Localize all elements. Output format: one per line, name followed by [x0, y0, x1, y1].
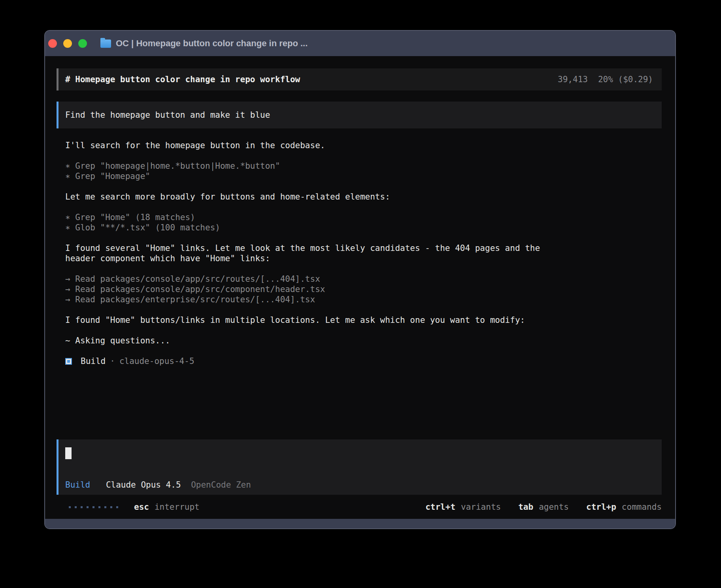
statusbar-right: ctrl+t variants tab agents ctrl+p comman…: [425, 502, 662, 512]
activity-dot: [98, 506, 100, 508]
window-title: OC | Homepage button color change in rep…: [116, 38, 308, 49]
text-cursor: [65, 447, 72, 459]
assistant-text-line: I'll search for the homepage button in t…: [65, 140, 563, 151]
context-usage: 20% ($0.29): [598, 75, 653, 84]
terminal-content: # Homepage button color change in repo w…: [45, 56, 675, 519]
provider-indicator: OpenCode Zen: [191, 480, 251, 490]
agent-badge: Build · claude-opus-4-5: [65, 356, 662, 366]
mode-indicator[interactable]: Build: [65, 480, 90, 490]
transcript-para-text: I'll search for the homepage button in t…: [65, 140, 563, 151]
zoom-button[interactable]: [78, 39, 87, 48]
shortcut-commands[interactable]: ctrl+p commands: [586, 502, 662, 512]
esc-key[interactable]: esc: [134, 502, 149, 512]
activity-dot: [92, 506, 94, 508]
tool-call-line: → Read packages/console/app/src/componen…: [65, 284, 563, 294]
activity-dot: [104, 506, 106, 508]
transcript-para-text: ~ Asking questions...: [65, 335, 563, 346]
statusbar-left: esc interrupt: [57, 502, 200, 512]
session-stats: 39,41320% ($0.29): [558, 74, 653, 85]
tool-call-line: → Read packages/enterprise/src/routes/[.…: [65, 294, 563, 305]
tool-call-line: → Read packages/console/app/src/routes/[…: [65, 274, 563, 284]
shortcut-variants[interactable]: ctrl+t variants: [425, 502, 501, 512]
activity-dot: [75, 506, 77, 508]
activity-dot: [81, 506, 83, 508]
shortcut-key: ctrl+t: [425, 502, 455, 512]
activity-dot: [87, 506, 89, 508]
user-message-text: Find the homepage button and make it blu…: [65, 110, 270, 120]
shortcut-key: tab: [518, 502, 533, 512]
user-message: Find the homepage button and make it blu…: [57, 102, 662, 128]
badge-model: claude-opus-4-5: [119, 356, 194, 366]
assistant-text-line: Let me search more broadly for buttons a…: [65, 192, 563, 202]
transcript-para-text: I found several "Home" links. Let me loo…: [65, 243, 563, 264]
transcript: I'll search for the homepage button in t…: [65, 140, 563, 346]
tool-call-line: ∗ Grep "Home" (18 matches): [65, 212, 563, 222]
badge-separator: ·: [110, 356, 115, 366]
shortcut-agents[interactable]: tab agents: [518, 502, 569, 512]
activity-dot: [69, 506, 71, 508]
titlebar[interactable]: OC | Homepage button color change in rep…: [45, 31, 675, 56]
assistant-text-line: I found "Home" buttons/links in multiple…: [65, 315, 563, 325]
shortcut-label: agents: [539, 502, 569, 512]
window-bottom-bar: [45, 519, 675, 528]
esc-label: interrupt: [155, 502, 200, 512]
activity-dot: [116, 506, 118, 508]
model-indicator[interactable]: Claude Opus 4.5: [106, 480, 181, 490]
app-window: OC | Homepage button color change in rep…: [44, 30, 676, 529]
minimize-button[interactable]: [63, 39, 72, 48]
traffic-lights: [48, 39, 87, 48]
token-count: 39,413: [558, 75, 588, 84]
assistant-text-line: ~ Asking questions...: [65, 335, 563, 346]
transcript-para-text: I found "Home" buttons/links in multiple…: [65, 315, 563, 325]
agent-icon-dot: [67, 360, 70, 363]
activity-dot: [110, 506, 112, 508]
transcript-para-tool: ∗ Grep "Home" (18 matches)∗ Glob "**/*.t…: [65, 212, 563, 233]
shortcut-label: commands: [622, 502, 662, 512]
tool-call-line: ∗ Grep "homepage|home.*button|Home.*butt…: [65, 161, 563, 171]
session-title: # Homepage button color change in repo w…: [65, 74, 300, 85]
input-mode-line: Build Claude Opus 4.5 OpenCode Zen: [65, 480, 251, 490]
session-header: # Homepage button color change in repo w…: [57, 68, 662, 90]
tool-call-line: ∗ Glob "**/*.tsx" (100 matches): [65, 222, 563, 233]
transcript-para-tool: ∗ Grep "homepage|home.*button|Home.*butt…: [65, 161, 563, 181]
statusbar: esc interrupt ctrl+t variants tab agents…: [57, 502, 662, 512]
shortcut-key: ctrl+p: [586, 502, 616, 512]
prompt-input[interactable]: Build Claude Opus 4.5 OpenCode Zen: [57, 439, 662, 495]
transcript-para-text: Let me search more broadly for buttons a…: [65, 192, 563, 202]
agent-name: Build: [81, 356, 106, 366]
folder-icon: [100, 40, 111, 48]
shortcut-label: variants: [461, 502, 501, 512]
assistant-text-line: I found several "Home" links. Let me loo…: [65, 243, 563, 264]
transcript-para-tool: → Read packages/console/app/src/routes/[…: [65, 274, 563, 305]
close-button[interactable]: [48, 39, 57, 48]
agent-icon: [65, 358, 72, 365]
tool-call-line: ∗ Grep "Homepage": [65, 171, 563, 181]
activity-dots: [69, 506, 118, 508]
